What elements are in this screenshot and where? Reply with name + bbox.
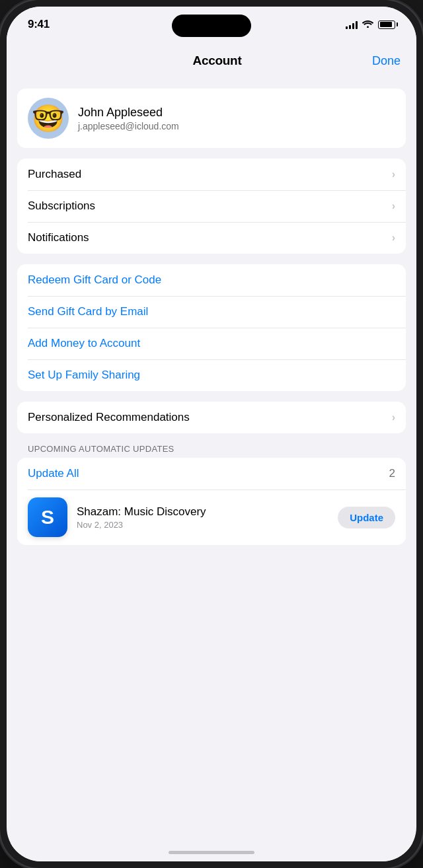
redeem-gift-card-row[interactable]: Redeem Gift Card or Code xyxy=(17,264,406,296)
send-gift-card-label: Send Gift Card by Email xyxy=(28,305,148,318)
personalized-label: Personalized Recommendations xyxy=(28,411,190,424)
chevron-icon: › xyxy=(392,168,395,180)
shazam-app-icon: S xyxy=(28,497,67,537)
add-money-row[interactable]: Add Money to Account xyxy=(17,328,406,359)
phone-screen: 9:41 xyxy=(7,7,416,861)
family-sharing-row[interactable]: Set Up Family Sharing xyxy=(17,359,406,391)
redeem-gift-card-label: Redeem Gift Card or Code xyxy=(28,273,161,287)
subscriptions-label: Subscriptions xyxy=(28,199,95,213)
update-button[interactable]: Update xyxy=(338,507,395,528)
scroll-content: 🤓 John Appleseed j.appleseed@icloud.com … xyxy=(7,79,416,843)
home-indicator xyxy=(169,851,254,854)
home-indicator-area xyxy=(7,843,416,861)
navigation-bar: Account Done xyxy=(7,42,416,79)
page-title: Account xyxy=(193,54,242,68)
dynamic-island xyxy=(172,15,251,37)
phone-frame: 9:41 xyxy=(0,0,423,868)
user-profile-card[interactable]: 🤓 John Appleseed j.appleseed@icloud.com xyxy=(17,89,406,148)
wifi-icon xyxy=(362,19,373,30)
update-all-row[interactable]: Update All 2 xyxy=(17,458,406,489)
updates-card: Update All 2 S Shazam: Music Discovery N… xyxy=(17,458,406,545)
purchased-row[interactable]: Purchased › xyxy=(17,159,406,190)
avatar: 🤓 xyxy=(28,98,69,139)
chevron-icon: › xyxy=(392,232,395,244)
updates-section: UPCOMING AUTOMATIC UPDATES Update All 2 … xyxy=(17,444,406,545)
user-name: John Appleseed xyxy=(78,106,179,120)
signal-icon xyxy=(346,20,358,29)
notifications-label: Notifications xyxy=(28,231,89,244)
user-email: j.appleseed@icloud.com xyxy=(78,121,179,131)
add-money-label: Add Money to Account xyxy=(28,337,140,350)
updates-section-label: UPCOMING AUTOMATIC UPDATES xyxy=(17,444,406,458)
family-sharing-label: Set Up Family Sharing xyxy=(28,369,140,382)
chevron-icon: › xyxy=(392,412,395,423)
personalized-row[interactable]: Personalized Recommendations › xyxy=(17,402,406,433)
done-button[interactable]: Done xyxy=(372,54,401,68)
app-date: Nov 2, 2023 xyxy=(77,520,328,530)
user-row: 🤓 John Appleseed j.appleseed@icloud.com xyxy=(17,89,406,148)
purchased-label: Purchased xyxy=(28,168,81,181)
shazam-update-row: S Shazam: Music Discovery Nov 2, 2023 Up… xyxy=(17,489,406,545)
battery-icon xyxy=(378,20,395,29)
app-name: Shazam: Music Discovery xyxy=(77,505,328,519)
send-gift-card-row[interactable]: Send Gift Card by Email xyxy=(17,296,406,328)
subscriptions-row[interactable]: Subscriptions › xyxy=(17,190,406,222)
update-all-label[interactable]: Update All xyxy=(28,467,79,480)
status-icons xyxy=(346,19,395,30)
status-time: 9:41 xyxy=(28,18,50,31)
notifications-row[interactable]: Notifications › xyxy=(17,222,406,254)
personalized-recommendations-card[interactable]: Personalized Recommendations › xyxy=(17,402,406,433)
chevron-icon: › xyxy=(392,200,395,212)
status-bar: 9:41 xyxy=(7,7,416,42)
menu-section-1: Purchased › Subscriptions › Notification… xyxy=(17,159,406,254)
menu-section-2: Redeem Gift Card or Code Send Gift Card … xyxy=(17,264,406,391)
update-count: 2 xyxy=(389,467,395,480)
